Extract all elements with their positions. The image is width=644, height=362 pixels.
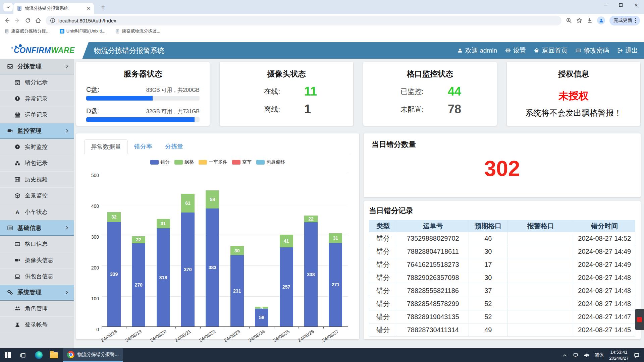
network-icon[interactable] — [573, 353, 578, 358]
sidebar-item-格口信息[interactable]: 格口信息 — [0, 236, 74, 252]
stacked-bar-24/08/23[interactable]: 30231 — [230, 246, 244, 326]
legend-item-错分[interactable]: 错分 — [150, 159, 170, 165]
window-maximize-button[interactable] — [613, 0, 629, 10]
sidebar-item-供包台信息[interactable]: 供包台信息 — [0, 268, 74, 285]
download-icon[interactable] — [587, 17, 593, 23]
table-row[interactable]: 错分76416215518273172024-08-27 14:49 — [369, 258, 635, 271]
table-row[interactable]: 错分78828804718611302024-08-27 14:49 — [369, 245, 635, 258]
table-row[interactable]: 错分78828548578299522024-08-27 14:48 — [369, 297, 635, 310]
input-language[interactable]: 简体 — [594, 352, 604, 358]
stacked-bar-24/08/27[interactable]: 31271 — [329, 233, 342, 326]
tab-search-button[interactable] — [3, 3, 13, 11]
forward-icon[interactable] — [14, 17, 20, 23]
bookmark-star-icon[interactable] — [576, 17, 582, 23]
sidebar-item-错分记录[interactable]: 错分记录 — [0, 74, 74, 91]
legend-item-一车多件[interactable]: 一车多件 — [199, 159, 227, 165]
chart-legend: 错分飘格一车多件空车包裹偏移 — [84, 159, 351, 166]
bar-segment-飘格: 31 — [329, 233, 342, 243]
stacked-bar-24/08/19[interactable]: 22270 — [132, 236, 145, 326]
sidebar-group-监控管理[interactable]: 监控管理 — [0, 123, 74, 139]
task-view-button[interactable] — [15, 348, 31, 362]
floating-feedback-widget[interactable] — [635, 309, 644, 330]
sidebar-item-角色管理[interactable]: 角色管理 — [0, 301, 74, 317]
refresh-icon[interactable] — [25, 17, 31, 23]
sidebar-label: 异常记录 — [25, 95, 48, 103]
windows-taskbar: 物流分拣错分报警... 简体 14:53:41 2024/8/27 — [0, 348, 644, 362]
sidebar-item-异常记录[interactable]: 异常记录 — [0, 91, 74, 107]
table-row[interactable]: 错分73529888029702462024-08-27 14:52 — [369, 232, 635, 245]
tray-chevron-up-icon[interactable] — [562, 353, 568, 358]
tab-sorting-volume[interactable]: 分拣量 — [159, 139, 190, 154]
sidebar-group-分拣管理[interactable]: 分拣管理 — [0, 59, 74, 74]
disk-c-row: C盘: 83GB 可用，共200GB — [86, 85, 200, 101]
tab-title: 物流分拣错分报警系统 — [25, 5, 84, 11]
table-row[interactable]: 错分78829026357098302024-08-27 14:48 — [369, 271, 635, 284]
confirmware-logo[interactable]: CONFIRMWARE — [0, 42, 89, 59]
stacked-bar-24/08/24[interactable]: 658 — [255, 307, 268, 326]
taskbar-active-task[interactable]: 物流分拣错分报警... — [63, 348, 123, 362]
browser-tab[interactable]: 物流分拣错分报警系统 ✕ — [13, 3, 94, 14]
sidebar-group-系统管理[interactable]: 系统管理 — [0, 285, 74, 301]
address-bar[interactable]: localhost:8015/Auth/Index — [46, 16, 561, 25]
card-title: 摄像头状态 — [230, 69, 343, 79]
tray-clock[interactable]: 14:53:41 2024/8/27 — [609, 349, 629, 361]
header-menu-keyboard[interactable]: 修改密码 — [576, 46, 609, 55]
stacked-bar-24/08/25[interactable]: 41257 — [280, 235, 293, 326]
legend-item-空车[interactable]: 空车 — [232, 159, 252, 165]
table-row[interactable]: 错分78828730411314492024-08-27 14:45 — [369, 323, 635, 337]
sidebar-item-摄像头信息[interactable]: 摄像头信息 — [0, 252, 74, 269]
edge-button[interactable] — [31, 348, 46, 362]
tab-close-icon[interactable]: ✕ — [86, 5, 91, 11]
sidebar-label: 实时监控 — [25, 143, 48, 151]
table-cell: 78828548578299 — [397, 297, 469, 310]
table-row[interactable]: 错分78828919043135522024-08-27 14:47 — [369, 310, 635, 323]
stacked-bar-24/08/26[interactable]: 22338 — [304, 216, 318, 326]
table-row[interactable]: 错分78828555821186372024-08-27 14:48 — [369, 284, 635, 297]
sidebar-item-小车状态[interactable]: A小车状态 — [0, 204, 74, 221]
sidebar-group-基础信息[interactable]: 基础信息 — [0, 220, 74, 236]
bookmark-item[interactable]: BUnix时间戳(Unix ti... — [60, 28, 105, 34]
sidebar-item-登录帐号[interactable]: 登录帐号 — [0, 317, 74, 333]
table-cell: 49 — [469, 323, 507, 337]
window-close-button[interactable]: ✕ — [629, 0, 644, 10]
stacked-bar-24/08/21[interactable]: 61370 — [181, 194, 195, 327]
tab-abnormal-data[interactable]: 异常数据量 — [84, 139, 128, 154]
disk-d-info: 32GB 可用，共731GB — [146, 108, 200, 115]
legend-item-飘格[interactable]: 飘格 — [174, 159, 194, 165]
stacked-bar-24/08/22[interactable]: 58383 — [206, 190, 219, 326]
header-menu-user[interactable]: 欢迎 admin — [457, 46, 497, 55]
header-menu-gear[interactable]: 设置 — [505, 46, 526, 55]
legend-item-包裹偏移[interactable]: 包裹偏移 — [256, 159, 285, 165]
browser-menu-icon[interactable] — [635, 18, 636, 23]
new-tab-button[interactable]: + — [99, 3, 107, 11]
sidebar-item-堵包记录[interactable]: 堵包记录 — [0, 155, 74, 172]
license-info-card: 授权信息 未授权 系统将不会发出飘格警报！ — [507, 62, 640, 126]
volume-icon[interactable] — [584, 353, 589, 358]
action-center-icon[interactable] — [634, 353, 639, 358]
info-icon[interactable] — [50, 18, 55, 23]
bookmark-item[interactable]: 康奋威分拣错分报... — [5, 28, 50, 34]
sidebar-item-全景监控[interactable]: 全景监控 — [0, 188, 74, 204]
stacked-bar-24/08/20[interactable]: 31318 — [157, 219, 170, 326]
file-explorer-button[interactable] — [46, 348, 62, 362]
sidebar-item-实时监控[interactable]: 实时监控 — [0, 139, 74, 156]
header-menu-logout[interactable]: 退出 — [617, 46, 638, 55]
x-axis-label: 24/08/23 — [218, 325, 246, 346]
home-icon[interactable] — [35, 17, 41, 23]
start-button[interactable] — [0, 348, 15, 362]
header-menu-home[interactable]: 返回首页 — [534, 46, 568, 55]
laptop-icon — [14, 274, 21, 280]
zoom-indicator-icon[interactable] — [566, 17, 572, 23]
back-icon[interactable] — [4, 17, 10, 23]
bookmark-item[interactable]: 康奋威物流分拣监... — [115, 28, 160, 34]
windows-logo-icon — [5, 352, 11, 358]
window-minimize-button[interactable] — [598, 0, 613, 10]
tab-error-rate[interactable]: 错分率 — [128, 139, 159, 154]
profile-avatar[interactable] — [597, 16, 605, 24]
stacked-bar-24/08/18[interactable]: 32339 — [107, 212, 121, 326]
license-message: 系统将不会发出飘格警报！ — [517, 108, 630, 118]
sidebar-item-运单记录[interactable]: 运单记录 — [0, 107, 74, 123]
sidebar-item-历史视频[interactable]: 历史视频 — [0, 172, 74, 188]
chrome-update-button[interactable]: 完成更新 — [609, 16, 640, 25]
bar-value-label: 58 — [210, 197, 215, 202]
